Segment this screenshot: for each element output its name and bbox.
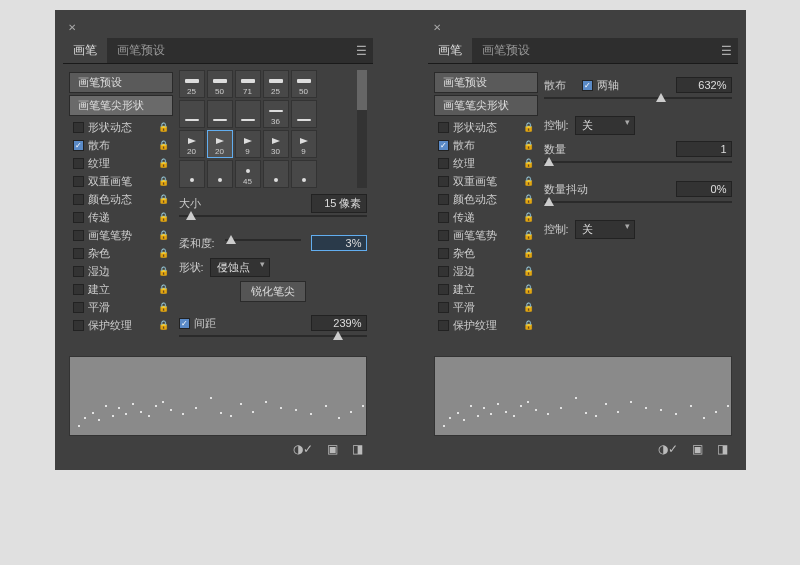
- spacing-input[interactable]: 239%: [311, 315, 367, 331]
- lock-icon[interactable]: 🔒: [158, 212, 169, 222]
- spacing-checkbox[interactable]: ✓: [179, 318, 190, 329]
- lock-icon[interactable]: 🔒: [158, 194, 169, 204]
- lock-icon[interactable]: 🔒: [158, 284, 169, 294]
- scatter-input[interactable]: 632%: [676, 77, 732, 93]
- lock-icon[interactable]: 🔒: [523, 140, 534, 150]
- sidebar-item[interactable]: ✓散布🔒: [69, 136, 173, 154]
- sidebar-checkbox[interactable]: [438, 320, 449, 331]
- brush-tip[interactable]: [291, 160, 317, 188]
- tab-brush[interactable]: 画笔: [63, 38, 107, 63]
- lock-icon[interactable]: 🔒: [158, 140, 169, 150]
- brush-grid[interactable]: 2550712550362020930945: [179, 70, 367, 188]
- brush-presets-button[interactable]: 画笔预设: [434, 72, 538, 93]
- lock-icon[interactable]: 🔒: [158, 176, 169, 186]
- brush-tip-shape-button[interactable]: 画笔笔尖形状: [434, 95, 538, 116]
- brush-tip[interactable]: [207, 160, 233, 188]
- sidebar-checkbox[interactable]: [438, 194, 449, 205]
- brush-tip[interactable]: 30: [263, 130, 289, 158]
- size-input[interactable]: 15 像素: [311, 194, 367, 213]
- sidebar-item[interactable]: 形状动态🔒: [69, 118, 173, 136]
- sidebar-checkbox[interactable]: [73, 194, 84, 205]
- count-jitter-input[interactable]: 0%: [676, 181, 732, 197]
- count-input[interactable]: 1: [676, 141, 732, 157]
- brush-tip[interactable]: 20: [179, 130, 205, 158]
- size-slider[interactable]: [179, 212, 367, 226]
- sidebar-item[interactable]: 平滑🔒: [434, 298, 538, 316]
- sidebar-item[interactable]: 湿边🔒: [434, 262, 538, 280]
- brush-tip[interactable]: 50: [207, 70, 233, 98]
- sidebar-checkbox[interactable]: [73, 302, 84, 313]
- sidebar-checkbox[interactable]: [73, 248, 84, 259]
- sidebar-item[interactable]: 形状动态🔒: [434, 118, 538, 136]
- panel-menu-icon[interactable]: ☰: [721, 44, 732, 58]
- brush-tip[interactable]: 45: [235, 160, 261, 188]
- count-slider[interactable]: [544, 158, 732, 172]
- control2-dropdown[interactable]: 关: [575, 220, 635, 239]
- sidebar-item[interactable]: 颜色动态🔒: [434, 190, 538, 208]
- sidebar-checkbox[interactable]: ✓: [73, 140, 84, 151]
- toggle-preview-icon[interactable]: ◑✓: [658, 442, 678, 456]
- lock-icon[interactable]: 🔒: [523, 176, 534, 186]
- lock-icon[interactable]: 🔒: [523, 302, 534, 312]
- brush-tip[interactable]: 36: [263, 100, 289, 128]
- lock-icon[interactable]: 🔒: [158, 230, 169, 240]
- sidebar-item[interactable]: 建立🔒: [69, 280, 173, 298]
- hardness-input[interactable]: 3%: [311, 235, 367, 251]
- sidebar-checkbox[interactable]: [438, 266, 449, 277]
- control-dropdown[interactable]: 关: [575, 116, 635, 135]
- brush-tip[interactable]: 25: [263, 70, 289, 98]
- sidebar-checkbox[interactable]: [73, 158, 84, 169]
- lock-icon[interactable]: 🔒: [158, 320, 169, 330]
- both-axes-checkbox[interactable]: ✓: [582, 80, 593, 91]
- new-brush-icon[interactable]: ▣: [692, 442, 703, 456]
- sidebar-item[interactable]: 平滑🔒: [69, 298, 173, 316]
- lock-icon[interactable]: 🔒: [523, 284, 534, 294]
- sidebar-item[interactable]: 传递🔒: [69, 208, 173, 226]
- sidebar-checkbox[interactable]: [73, 266, 84, 277]
- sidebar-checkbox[interactable]: [438, 230, 449, 241]
- toggle-preview-icon[interactable]: ◑✓: [293, 442, 313, 456]
- lock-icon[interactable]: 🔒: [523, 158, 534, 168]
- sidebar-item[interactable]: 画笔笔势🔒: [434, 226, 538, 244]
- sidebar-checkbox[interactable]: [438, 248, 449, 259]
- sidebar-checkbox[interactable]: [73, 212, 84, 223]
- lock-icon[interactable]: 🔒: [523, 266, 534, 276]
- sidebar-checkbox[interactable]: [73, 230, 84, 241]
- brush-tip[interactable]: [291, 100, 317, 128]
- shape-dropdown[interactable]: 侵蚀点: [210, 258, 270, 277]
- lock-icon[interactable]: 🔒: [158, 266, 169, 276]
- sidebar-checkbox[interactable]: [73, 176, 84, 187]
- sidebar-item[interactable]: 建立🔒: [434, 280, 538, 298]
- sidebar-item[interactable]: 纹理🔒: [69, 154, 173, 172]
- hardness-slider[interactable]: [225, 236, 301, 250]
- lock-icon[interactable]: 🔒: [158, 248, 169, 258]
- extra-icon[interactable]: ◨: [352, 442, 363, 456]
- brush-tip[interactable]: [263, 160, 289, 188]
- brush-tip[interactable]: 25: [179, 70, 205, 98]
- sidebar-item[interactable]: 湿边🔒: [69, 262, 173, 280]
- sidebar-checkbox[interactable]: [438, 158, 449, 169]
- brush-presets-button[interactable]: 画笔预设: [69, 72, 173, 93]
- sidebar-item[interactable]: 纹理🔒: [434, 154, 538, 172]
- sidebar-checkbox[interactable]: ✓: [438, 140, 449, 151]
- lock-icon[interactable]: 🔒: [523, 320, 534, 330]
- sidebar-checkbox[interactable]: [438, 122, 449, 133]
- sidebar-item[interactable]: 杂色🔒: [434, 244, 538, 262]
- sidebar-item[interactable]: 画笔笔势🔒: [69, 226, 173, 244]
- close-icon[interactable]: ✕: [433, 22, 445, 34]
- sidebar-item[interactable]: 保护纹理🔒: [69, 316, 173, 334]
- brush-tip[interactable]: 50: [291, 70, 317, 98]
- extra-icon[interactable]: ◨: [717, 442, 728, 456]
- sidebar-item[interactable]: ✓散布🔒: [434, 136, 538, 154]
- sidebar-checkbox[interactable]: [73, 284, 84, 295]
- sidebar-checkbox[interactable]: [438, 212, 449, 223]
- sidebar-checkbox[interactable]: [73, 320, 84, 331]
- brush-tip[interactable]: 71: [235, 70, 261, 98]
- sidebar-item[interactable]: 颜色动态🔒: [69, 190, 173, 208]
- brush-tip[interactable]: [179, 100, 205, 128]
- tab-presets[interactable]: 画笔预设: [472, 38, 540, 63]
- sidebar-checkbox[interactable]: [438, 284, 449, 295]
- brush-tip[interactable]: [207, 100, 233, 128]
- lock-icon[interactable]: 🔒: [158, 302, 169, 312]
- lock-icon[interactable]: 🔒: [158, 158, 169, 168]
